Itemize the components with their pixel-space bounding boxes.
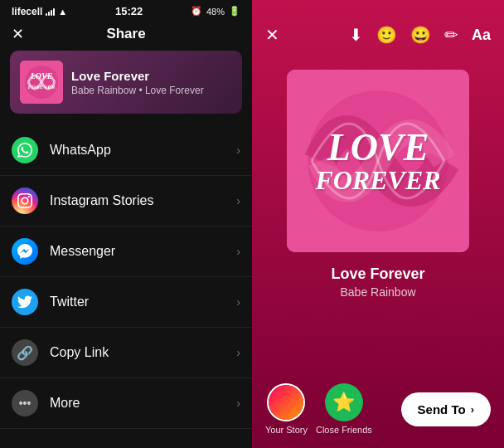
share-item-whatsapp[interactable]: WhatsApp › [0, 125, 252, 176]
signal-bar-1 [46, 13, 47, 16]
share-item-copy-link[interactable]: 🔗 Copy Link › [0, 328, 252, 378]
signal-bar-4 [53, 8, 55, 16]
send-to-label: Send To [418, 402, 466, 416]
header-title: Share [106, 26, 145, 42]
twitter-label: Twitter [50, 295, 89, 309]
song-name: Love Forever [331, 265, 424, 283]
more-icon: ••• [12, 390, 38, 416]
whatsapp-chevron: › [236, 144, 240, 157]
status-left: lifecell ▲ [12, 6, 67, 17]
track-card: LOVE FOREVER Love Forever Babe Rainbow •… [10, 51, 242, 114]
close-friends-star-icon: ⭐ [332, 392, 355, 413]
time-label: 15:22 [115, 5, 143, 17]
pen-icon[interactable]: ✏ [444, 25, 458, 45]
instagram-label: Instagram Stories [50, 193, 153, 208]
alarm-icon: ⏰ [191, 6, 202, 17]
track-thumb-svg: LOVE FOREVER [20, 61, 63, 104]
download-icon[interactable]: ⬇ [349, 25, 363, 45]
whatsapp-label: WhatsApp [50, 143, 111, 158]
messenger-label: Messenger [50, 244, 115, 259]
close-friends-label: Close Friends [316, 425, 372, 435]
svg-text:LOVE: LOVE [30, 71, 53, 80]
right-panel: ✕ ⬇ 🙂 😀 ✏ Aa LOVE FOREVER Love Forever B… [252, 0, 504, 448]
copy-link-chevron: › [236, 346, 240, 359]
your-story-avatar [267, 383, 305, 421]
messenger-chevron: › [236, 245, 240, 258]
messenger-icon [12, 238, 38, 265]
signal-bar-2 [48, 12, 50, 16]
sticker-icon[interactable]: 😀 [410, 25, 431, 45]
svg-text:FOREVER: FOREVER [27, 84, 55, 90]
right-close-button[interactable]: ✕ [265, 25, 279, 45]
battery-label: 48% [206, 7, 225, 17]
link-icon: 🔗 [12, 339, 38, 366]
your-story-button[interactable]: Your Story [265, 383, 308, 435]
share-item-instagram[interactable]: Instagram Stories › [0, 176, 252, 226]
whatsapp-icon [12, 137, 38, 163]
track-info: Love Forever Babe Rainbow • Love Forever [71, 69, 204, 96]
album-art: LOVE FOREVER [287, 70, 469, 252]
status-right: ⏰ 48% 🔋 [191, 6, 240, 17]
twitter-icon [12, 289, 38, 315]
carrier-label: lifecell [12, 6, 42, 17]
wifi-icon: ▲ [58, 7, 67, 17]
send-to-button[interactable]: Send To › [401, 392, 491, 426]
status-bar: lifecell ▲ 15:22 ⏰ 48% 🔋 [0, 0, 252, 19]
track-name: Love Forever [71, 69, 204, 83]
album-love-text: LOVE [327, 129, 429, 167]
album-title-text: LOVE FOREVER [287, 70, 469, 252]
left-panel: lifecell ▲ 15:22 ⏰ 48% 🔋 ✕ Share [0, 0, 252, 448]
artist-name: Babe Rainbow [340, 285, 415, 299]
more-chevron: › [236, 397, 240, 410]
copy-link-label: Copy Link [50, 345, 109, 360]
track-thumbnail: LOVE FOREVER [20, 61, 63, 104]
share-item-twitter[interactable]: Twitter › [0, 277, 252, 328]
instagram-icon [12, 187, 38, 214]
send-chevron-icon: › [471, 403, 474, 416]
more-label: More [50, 396, 80, 411]
share-header: ✕ Share [0, 19, 252, 51]
close-button[interactable]: ✕ [12, 27, 24, 41]
your-story-label: Your Story [265, 425, 308, 435]
story-avatar-image [269, 385, 303, 420]
emoji-icon[interactable]: 🙂 [376, 25, 397, 45]
right-actions: ⬇ 🙂 😀 ✏ Aa [349, 25, 491, 45]
share-item-more[interactable]: ••• More › [0, 378, 252, 429]
track-subtitle: Babe Rainbow • Love Forever [71, 85, 204, 96]
share-list: WhatsApp › Instagram Stories › Messenger… [0, 125, 252, 448]
battery-icon: 🔋 [229, 6, 240, 17]
twitter-chevron: › [236, 295, 240, 309]
signal-bar-3 [51, 10, 52, 16]
share-item-messenger[interactable]: Messenger › [0, 226, 252, 277]
instagram-chevron: › [236, 194, 240, 207]
right-header: ✕ ⬇ 🙂 😀 ✏ Aa [252, 0, 504, 53]
bottom-bar: Your Story ⭐ Close Friends Send To › [252, 383, 504, 435]
signal-bars [46, 7, 55, 16]
album-forever-text: FOREVER [315, 167, 440, 193]
text-tool-button[interactable]: Aa [472, 27, 491, 44]
close-friends-avatar: ⭐ [325, 383, 363, 421]
close-friends-button[interactable]: ⭐ Close Friends [316, 383, 372, 435]
